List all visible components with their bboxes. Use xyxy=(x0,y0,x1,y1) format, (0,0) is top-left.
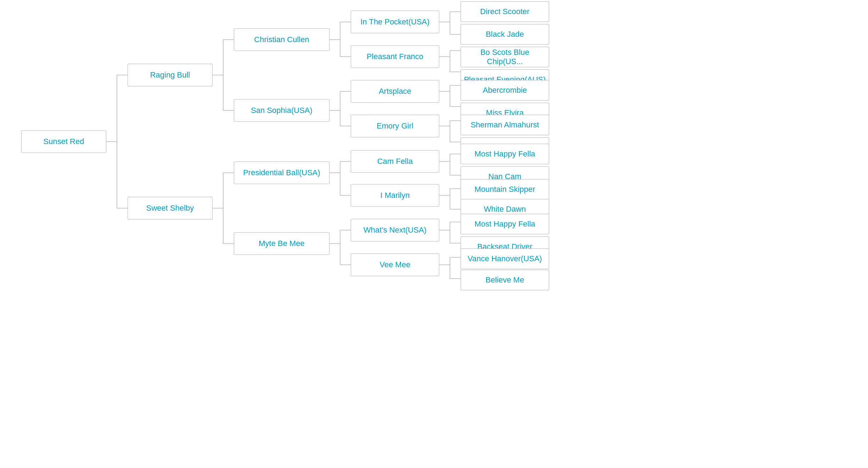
node-bo-scots-blue[interactable]: Bo Scots Blue Chip(US... xyxy=(461,47,549,67)
node-cam-fella[interactable]: Cam Fella xyxy=(351,150,439,173)
node-i-marilyn[interactable]: I Marilyn xyxy=(351,184,439,207)
node-san-sophia[interactable]: San Sophia(USA) xyxy=(234,99,329,122)
node-most-happy-fella-2[interactable]: Most Happy Fella xyxy=(461,214,549,234)
node-sweet-shelby[interactable]: Sweet Shelby xyxy=(128,197,213,219)
node-christian-cullen[interactable]: Christian Cullen xyxy=(234,28,329,51)
node-emory-girl[interactable]: Emory Girl xyxy=(351,115,439,137)
pedigree-chart: Sunset Red Raging Bull Sweet Shelby Chri… xyxy=(0,0,868,468)
node-in-the-pocket[interactable]: In The Pocket(USA) xyxy=(351,11,439,33)
node-pleasant-franco[interactable]: Pleasant Franco xyxy=(351,45,439,68)
node-abercrombie[interactable]: Abercrombie xyxy=(461,80,549,101)
node-direct-scooter[interactable]: Direct Scooter xyxy=(461,1,549,22)
node-sherman-almahurst[interactable]: Sherman Almahurst xyxy=(461,115,549,135)
node-black-jade[interactable]: Black Jade xyxy=(461,24,549,45)
node-artsplace[interactable]: Artsplace xyxy=(351,80,439,103)
node-myte-be-mee[interactable]: Myte Be Mee xyxy=(234,232,329,255)
node-sunset-red[interactable]: Sunset Red xyxy=(21,130,106,153)
node-raging-bull[interactable]: Raging Bull xyxy=(128,64,213,86)
node-believe-me[interactable]: Believe Me xyxy=(461,270,549,290)
node-vance-hanover[interactable]: Vance Hanover(USA) xyxy=(461,249,549,269)
node-mountain-skipper[interactable]: Mountain Skipper xyxy=(461,179,549,200)
node-vee-mee[interactable]: Vee Mee xyxy=(351,253,439,276)
node-most-happy-fella-1[interactable]: Most Happy Fella xyxy=(461,144,549,164)
node-presidential-ball[interactable]: Presidential Ball(USA) xyxy=(234,161,329,184)
node-whats-next[interactable]: What's Next(USA) xyxy=(351,219,439,241)
